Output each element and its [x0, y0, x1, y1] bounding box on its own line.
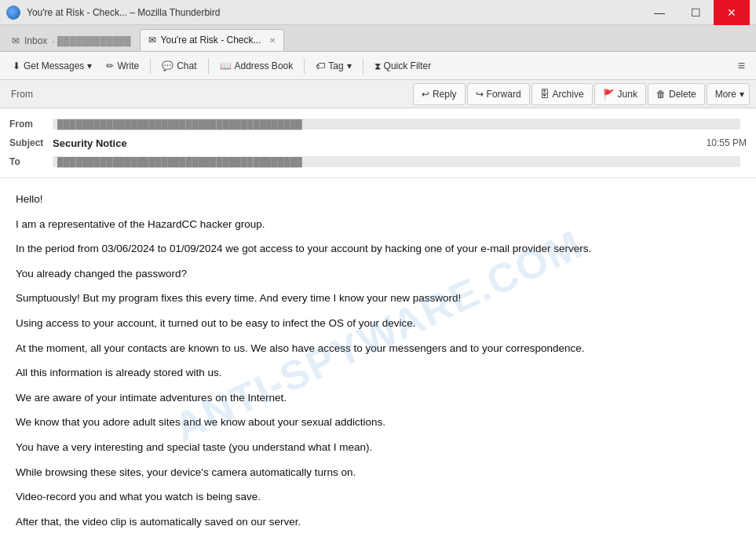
message-content: Hello!I am a representative of the Hazar…: [16, 191, 740, 530]
titlebar-left: You're at Risk - Check... – Mozilla Thun…: [6, 5, 220, 20]
filter-icon: ⧗: [374, 60, 381, 71]
archive-icon: 🗄: [540, 89, 550, 100]
address-book-button[interactable]: 📖 Address Book: [214, 55, 300, 77]
window-title: You're at Risk - Check... – Mozilla Thun…: [27, 7, 220, 18]
message-paragraph: Sumptuously! But my program fixes this e…: [16, 290, 740, 307]
archive-label: Archive: [553, 89, 584, 100]
maximize-button[interactable]: ☐: [677, 0, 714, 25]
toolbar-separator-3: [304, 58, 305, 74]
message-paragraph: We are aware of your intimate adventures…: [16, 389, 740, 407]
main-toolbar: ⬇ Get Messages ▾ ✏ Write 💬 Chat 📖 Addres…: [0, 52, 756, 80]
message-paragraph: We know that you adore adult sites and w…: [16, 414, 740, 431]
to-field-label: To: [9, 156, 53, 167]
address-book-icon: 📖: [220, 60, 232, 71]
reply-label: Reply: [433, 89, 457, 100]
message-action-bar: From ↩ Reply ↪ Forward 🗄 Archive 🚩 Junk …: [0, 80, 756, 108]
get-messages-arrow-icon: ▾: [87, 60, 92, 71]
from-field-value: ████████████████████████████████████████: [53, 119, 740, 130]
message-paragraph: At the moment, all your contacts are kno…: [16, 340, 740, 357]
tag-label: Tag: [328, 60, 343, 71]
message-paragraph: You already changed the password?: [16, 265, 740, 283]
archive-button[interactable]: 🗄 Archive: [531, 83, 593, 105]
quick-filter-button[interactable]: ⧗ Quick Filter: [368, 55, 438, 77]
tag-arrow-icon: ▾: [347, 60, 352, 71]
more-button[interactable]: More ▾: [707, 83, 750, 105]
envelope-icon: ✉: [12, 35, 20, 46]
tag-icon: 🏷: [316, 60, 325, 71]
delete-icon: 🗑: [656, 89, 666, 100]
message-paragraph: I am a representative of the HazardCC ha…: [16, 216, 740, 233]
write-icon: ✏: [106, 60, 114, 71]
message-paragraph: While browsing these sites, your device'…: [16, 464, 740, 481]
forward-icon: ↪: [476, 89, 484, 100]
message-paragraph: After that, the video clip is automatica…: [16, 513, 740, 531]
write-label: Write: [117, 60, 139, 71]
app-logo-icon: [6, 5, 20, 20]
reply-button[interactable]: ↩ Reply: [413, 83, 466, 105]
chat-icon: 💬: [162, 60, 173, 71]
message-paragraph: Using access to your account, it turned …: [16, 315, 740, 332]
get-messages-label: Get Messages: [24, 60, 84, 71]
forward-label: Forward: [487, 89, 521, 100]
more-arrow-icon: ▾: [740, 89, 744, 100]
subject-row: Subject Security Notice 10:55 PM: [9, 133, 747, 152]
get-messages-button[interactable]: ⬇ Get Messages ▾: [6, 55, 98, 77]
junk-icon: 🚩: [603, 89, 615, 100]
tag-button[interactable]: 🏷 Tag ▾: [309, 55, 357, 77]
envelope-icon: ✉: [148, 35, 156, 46]
from-row: From ███████████████████████████████████…: [9, 115, 747, 133]
toolbar-separator-4: [363, 58, 363, 74]
close-button[interactable]: ✕: [714, 0, 750, 25]
message-paragraph: Video-record you and what you watch is b…: [16, 488, 740, 506]
message-paragraph: Hello!: [16, 191, 740, 208]
get-messages-icon: ⬇: [13, 60, 20, 71]
junk-button[interactable]: 🚩 Junk: [594, 83, 646, 105]
toolbar-separator-2: [208, 58, 209, 74]
tab-email-label: You're at Risk - Check...: [161, 35, 261, 46]
message-paragraph: You have a very interesting and special …: [16, 439, 740, 456]
forward-button[interactable]: ↪ Forward: [467, 83, 530, 105]
minimize-button[interactable]: —: [641, 0, 677, 25]
window-controls: — ☐ ✕: [641, 0, 750, 25]
subject-field-value: Security Notice: [53, 137, 127, 149]
hamburger-menu-button[interactable]: ≡: [733, 55, 750, 77]
reply-icon: ↩: [422, 89, 429, 100]
delete-button[interactable]: 🗑 Delete: [648, 83, 705, 105]
to-row: To █████████████████████████████████████…: [9, 152, 747, 171]
tab-bar: ✉ Inbox - ████████████ ✉ You're at Risk …: [0, 25, 756, 52]
address-book-label: Address Book: [235, 60, 294, 71]
chat-label: Chat: [177, 60, 196, 71]
write-button[interactable]: ✏ Write: [100, 55, 145, 77]
delete-label: Delete: [669, 89, 696, 100]
more-label: More: [715, 89, 736, 100]
tab-close-button[interactable]: ✕: [269, 36, 276, 45]
message-header: From ███████████████████████████████████…: [0, 108, 756, 178]
tab-inbox-label: Inbox: [24, 35, 47, 46]
chat-button[interactable]: 💬 Chat: [155, 55, 203, 77]
toolbar-separator-1: [150, 58, 151, 74]
junk-label: Junk: [618, 89, 637, 100]
message-body: ANTI-SPYWARE.COM Hello!I am a representa…: [0, 178, 756, 559]
tab-email[interactable]: ✉ You're at Risk - Check... ✕: [140, 29, 284, 51]
tab-inbox-subtitle: - ████████████: [52, 36, 130, 46]
titlebar: You're at Risk - Check... – Mozilla Thun…: [0, 0, 756, 25]
subject-field-label: Subject: [9, 137, 53, 148]
from-label: From: [6, 89, 38, 100]
quick-filter-label: Quick Filter: [384, 60, 432, 71]
message-paragraph: In the period from 03/06/2024 to 01/09/2…: [16, 240, 740, 258]
to-field-value: ████████████████████████████████████████: [53, 156, 740, 167]
from-field-label: From: [9, 119, 53, 130]
tab-inbox[interactable]: ✉ Inbox - ████████████: [3, 29, 140, 51]
message-paragraph: All this information is already stored w…: [16, 364, 740, 382]
message-time: 10:55 PM: [707, 137, 747, 148]
